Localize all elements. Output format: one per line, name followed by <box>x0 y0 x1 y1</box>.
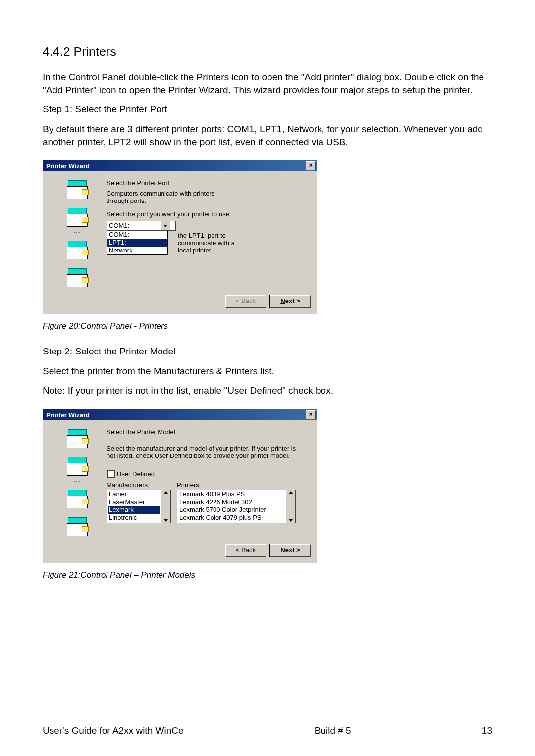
printer-icon <box>65 240 89 260</box>
printers-label: Printers: <box>177 481 296 489</box>
scrollbar[interactable] <box>286 490 295 523</box>
dropdown-option[interactable]: COM1: <box>107 231 167 239</box>
footer-right: 13 <box>482 725 492 736</box>
step2-note: Note: If your printer is not in the list… <box>43 384 492 397</box>
wizard-side-graphic <box>47 425 107 539</box>
step1-title: Step 1: Select the Printer Port <box>43 103 492 116</box>
arrow-icon <box>74 232 80 233</box>
list-item[interactable]: Lexmark <box>108 506 160 514</box>
page-footer: User's Guide for A2xx with WinCe Build #… <box>43 721 492 736</box>
printer-icon <box>65 489 89 509</box>
page: 4.4.2 Printers In the Control Panel doub… <box>0 0 535 756</box>
dialog-content: Select the Printer Model Select the manu… <box>107 425 310 539</box>
mnemonic: N <box>280 297 285 304</box>
next-button[interactable]: Next > <box>270 544 311 557</box>
figure-caption: Figure 21:Control Panel – Printer Models <box>43 570 492 580</box>
port-note: the LPT1: port to communicate with a loc… <box>178 232 237 254</box>
printer-icon <box>65 428 89 449</box>
button-label-rest: ext > <box>285 546 300 554</box>
dropdown-option[interactable]: LPT1: <box>107 239 167 247</box>
manufacturers-label: Manufacturers: <box>107 481 171 489</box>
button-row: < Back Next > <box>43 539 317 563</box>
step1-description: By default there are 3 different printer… <box>43 123 492 148</box>
mnemonic: B <box>241 546 246 554</box>
list-item[interactable]: Lexmark 5700 Color Jetprinter <box>178 506 285 514</box>
checkbox-box[interactable] <box>107 470 115 478</box>
titlebar: Printer Wizard × <box>43 160 317 171</box>
chevron-up-icon[interactable] <box>164 491 168 494</box>
list-item[interactable]: Lexmark 4039 Plus PS <box>178 490 285 498</box>
dropdown-option[interactable]: Network <box>107 247 167 254</box>
list-item[interactable]: Lexmark Color 4079 plus PS <box>178 514 285 522</box>
titlebar-text: Printer Wizard <box>46 411 90 419</box>
figure-caption: Figure 20:Control Panel - Printers <box>43 321 492 331</box>
footer-left: User's Guide for A2xx with WinCe <box>43 725 184 736</box>
dialog-content: Select the Printer Port Computers commun… <box>107 176 310 290</box>
port-combobox[interactable]: COM1: <box>107 221 176 231</box>
close-icon[interactable]: × <box>306 161 316 170</box>
user-defined-checkbox[interactable]: User Defined <box>107 469 157 479</box>
close-icon[interactable]: × <box>306 410 316 419</box>
button-label-prefix: < <box>236 546 241 554</box>
button-label-rest: ack <box>246 546 256 554</box>
dialog-heading: Select the Printer Port <box>107 179 310 187</box>
manufacturers-listbox[interactable]: Lanier LaserMaster Lexmark Linotronic <box>107 490 171 523</box>
dialog-heading: Select the Printer Model <box>107 428 310 436</box>
chevron-down-icon[interactable] <box>160 221 170 230</box>
button-label-rest: ext > <box>285 297 300 304</box>
arrow-icon <box>74 481 80 482</box>
intro-paragraph: In the Control Panel double-click the Pr… <box>43 71 492 96</box>
dialog-text: Select the manufacturer and model of you… <box>107 445 305 459</box>
printer-wizard-dialog-port: Printer Wizard × Select the Printer Port… <box>43 160 317 314</box>
wizard-side-graphic <box>47 176 107 290</box>
back-button[interactable]: < Back <box>225 544 266 557</box>
next-button[interactable]: Next > <box>270 295 311 308</box>
printer-wizard-dialog-model: Printer Wizard × Select the Printer Mode… <box>43 409 317 563</box>
chevron-down-icon[interactable] <box>164 519 168 522</box>
printer-icon <box>65 207 89 228</box>
list-item[interactable]: Lexmark 4226 Model 302 <box>178 498 285 506</box>
back-button: < Back <box>225 295 266 308</box>
step2-description: Select the printer from the Manufacturer… <box>43 365 492 378</box>
dialog-text-rest: elect the port you want your printer to … <box>111 210 231 218</box>
dialog-text: Select the port you want your printer to… <box>107 210 235 218</box>
chevron-down-icon[interactable] <box>289 519 293 522</box>
dialog-text: Computers communicate with printers thro… <box>107 190 235 204</box>
printers-listbox[interactable]: Lexmark 4039 Plus PS Lexmark 4226 Model … <box>177 490 296 523</box>
step2-title: Step 2: Select the Printer Model <box>43 345 492 358</box>
printer-icon <box>65 516 89 537</box>
printer-icon <box>65 179 89 200</box>
printer-icon <box>65 456 89 477</box>
mnemonic: N <box>280 546 285 554</box>
titlebar: Printer Wizard × <box>43 409 317 420</box>
list-item[interactable]: Lanier <box>108 490 160 498</box>
mnemonic: S <box>107 210 111 218</box>
list-item[interactable]: LaserMaster <box>108 498 160 506</box>
button-row: < Back Next > <box>43 290 317 314</box>
scrollbar[interactable] <box>161 490 170 523</box>
combobox-value: COM1: <box>107 221 160 230</box>
checkbox-label: ser Defined <box>121 470 154 478</box>
printer-icon <box>65 267 89 288</box>
section-heading: 4.4.2 Printers <box>43 45 492 59</box>
footer-mid: Build # 5 <box>315 725 351 736</box>
titlebar-text: Printer Wizard <box>46 162 90 170</box>
chevron-up-icon[interactable] <box>289 491 293 494</box>
port-dropdown-list[interactable]: COM1: LPT1: Network <box>107 230 168 255</box>
mnemonic: U <box>117 470 121 478</box>
list-item[interactable]: Linotronic <box>108 514 160 522</box>
